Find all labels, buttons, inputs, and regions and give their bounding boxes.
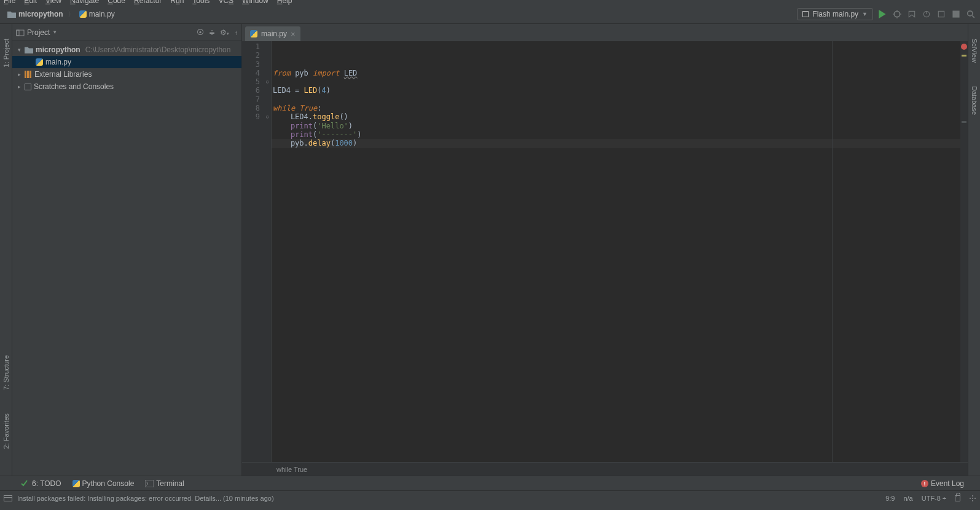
navbar: micropython 〉 main.py Flash main.py ▼ bbox=[0, 5, 980, 24]
svg-point-0 bbox=[894, 11, 900, 17]
caret-position[interactable]: 9:9 bbox=[885, 495, 895, 502]
tool-tab-project[interactable]: 1: Project bbox=[1, 36, 11, 69]
project-tree[interactable]: ▾ micropython C:\Users\Administrator\Des… bbox=[12, 41, 241, 95]
tool-tab-terminal[interactable]: Terminal bbox=[143, 478, 186, 489]
menubar[interactable]: File Edit View Navigate Code Refactor Ru… bbox=[0, 0, 980, 5]
project-pane: Project ▼ ⦿ ≑ ⚙▾ ⫞ ▾ micropython C:\User… bbox=[12, 24, 242, 476]
tool-tab-todo[interactable]: 6: TODO bbox=[18, 478, 64, 489]
profile-button[interactable] bbox=[921, 9, 932, 20]
chevron-right-icon: ▸ bbox=[16, 84, 22, 90]
insert-mode[interactable]: n/a bbox=[903, 495, 912, 502]
tree-scratches-label: Scratches and Consoles bbox=[34, 82, 114, 91]
menu-edit[interactable]: Edit bbox=[24, 0, 37, 5]
menu-tools[interactable]: Tools bbox=[192, 0, 210, 5]
breadcrumb-file-label: main.py bbox=[89, 10, 115, 18]
svg-point-14 bbox=[972, 498, 973, 499]
run-config-label: Flash main.py bbox=[812, 10, 858, 18]
menu-window[interactable]: Window bbox=[242, 0, 269, 5]
breadcrumb-root-label: micropython bbox=[18, 10, 63, 18]
folder-icon bbox=[25, 46, 33, 53]
menu-code[interactable]: Code bbox=[108, 0, 125, 5]
collapse-all-icon[interactable]: ≑ bbox=[209, 28, 215, 37]
error-indicator-icon[interactable] bbox=[961, 44, 967, 50]
hide-pane-icon[interactable]: ⫞ bbox=[234, 28, 238, 37]
svg-point-15 bbox=[970, 498, 971, 499]
tool-tab-sciview[interactable]: SciView bbox=[970, 36, 979, 65]
breadcrumb-root[interactable]: micropython bbox=[4, 9, 67, 20]
bottom-tool-bar: 6: TODO Python Console Terminal ! Event … bbox=[0, 476, 980, 490]
lock-icon[interactable] bbox=[955, 495, 960, 501]
code-area[interactable]: from pyb import LEDLED4 = LED(4)while Tr… bbox=[272, 41, 960, 462]
left-tool-stripe: 1: Project 7: Structure 2: Favorites bbox=[0, 24, 12, 476]
debug-button[interactable] bbox=[892, 9, 903, 20]
stop-button[interactable] bbox=[951, 9, 962, 20]
chevron-down-icon: ▼ bbox=[862, 11, 868, 17]
svg-point-17 bbox=[972, 495, 973, 496]
library-icon bbox=[25, 71, 32, 78]
scratch-icon bbox=[25, 84, 31, 90]
editor-tabbar: main.py × bbox=[242, 24, 968, 41]
coverage-button[interactable] bbox=[906, 9, 917, 20]
tool-windows-icon[interactable] bbox=[4, 495, 12, 501]
tool-tab-database[interactable]: Database bbox=[970, 84, 979, 117]
status-message[interactable]: Install packages failed: Installing pack… bbox=[17, 495, 274, 502]
editor-breadcrumb[interactable]: while True bbox=[242, 462, 968, 476]
inspections-icon[interactable] bbox=[969, 495, 976, 502]
encoding-selector[interactable]: UTF-8 ÷ bbox=[922, 495, 946, 502]
editor-body[interactable]: 12345⊖6789⊖ from pyb import LEDLED4 = LE… bbox=[242, 41, 968, 462]
tree-file-label: main.py bbox=[45, 58, 71, 66]
breadcrumb-sep: 〉 bbox=[68, 9, 75, 20]
right-margin-guide bbox=[832, 41, 833, 462]
statusbar: Install packages failed: Installing pack… bbox=[0, 490, 980, 505]
editor-tab-label: main.py bbox=[261, 29, 287, 38]
menu-navigate[interactable]: Navigate bbox=[70, 0, 99, 5]
scroll-from-source-icon[interactable]: ⦿ bbox=[197, 28, 204, 37]
tool-tab-favorites[interactable]: 2: Favorites bbox=[1, 411, 11, 451]
tree-root[interactable]: ▾ micropython C:\Users\Administrator\Des… bbox=[12, 44, 241, 56]
editor-area: main.py × 12345⊖6789⊖ from pyb import LE… bbox=[242, 24, 968, 476]
menu-file[interactable]: File bbox=[4, 0, 15, 5]
tool-tab-structure[interactable]: 7: Structure bbox=[1, 353, 11, 393]
python-file-icon bbox=[250, 30, 257, 37]
folder-icon bbox=[7, 10, 16, 18]
svg-rect-12 bbox=[17, 30, 19, 36]
right-tool-stripe: SciView Database bbox=[968, 24, 980, 476]
tool-tab-python-console[interactable]: Python Console bbox=[70, 478, 137, 489]
project-pane-title[interactable]: Project ▼ bbox=[16, 28, 57, 37]
run-button[interactable] bbox=[877, 9, 888, 20]
warning-marker[interactable] bbox=[962, 55, 966, 57]
svg-rect-7 bbox=[938, 11, 944, 17]
breadcrumb-file[interactable]: main.py bbox=[76, 9, 119, 20]
tree-external-label: External Libraries bbox=[34, 70, 92, 79]
svg-rect-8 bbox=[952, 10, 959, 17]
caret-marker bbox=[962, 121, 966, 123]
tree-external-libs[interactable]: ▸ External Libraries bbox=[12, 68, 241, 80]
close-icon[interactable]: × bbox=[291, 29, 296, 39]
menu-vcs[interactable]: VCS bbox=[218, 0, 233, 5]
menu-run[interactable]: Run bbox=[170, 0, 184, 5]
error-stripe[interactable] bbox=[960, 41, 968, 462]
chevron-right-icon: ▸ bbox=[16, 71, 22, 77]
chevron-down-icon: ▼ bbox=[52, 29, 57, 35]
svg-point-9 bbox=[968, 11, 973, 16]
settings-icon[interactable]: ⚙▾ bbox=[220, 28, 229, 37]
line-gutter[interactable]: 12345⊖6789⊖ bbox=[242, 41, 272, 462]
event-log-button[interactable]: ! Event Log bbox=[919, 478, 966, 489]
run-config-selector[interactable]: Flash main.py ▼ bbox=[797, 8, 873, 20]
tree-root-path: C:\Users\Administrator\Desktop\micropyth… bbox=[85, 45, 231, 54]
svg-point-18 bbox=[972, 500, 973, 501]
chevron-down-icon: ▾ bbox=[16, 47, 22, 53]
menu-help[interactable]: Help bbox=[277, 0, 292, 5]
menu-refactor[interactable]: Refactor bbox=[134, 0, 162, 5]
tree-root-label: micropython bbox=[36, 45, 80, 54]
run-config-icon bbox=[802, 11, 809, 17]
svg-rect-11 bbox=[17, 30, 24, 36]
editor-tab-main[interactable]: main.py × bbox=[245, 26, 300, 41]
menu-view[interactable]: View bbox=[45, 0, 61, 5]
concurrency-button[interactable] bbox=[936, 9, 947, 20]
search-everywhere-button[interactable] bbox=[965, 9, 976, 20]
tree-file-main[interactable]: main.py bbox=[12, 56, 241, 68]
tree-scratches[interactable]: ▸ Scratches and Consoles bbox=[12, 80, 241, 93]
svg-line-10 bbox=[972, 15, 974, 18]
svg-rect-13 bbox=[145, 480, 154, 487]
